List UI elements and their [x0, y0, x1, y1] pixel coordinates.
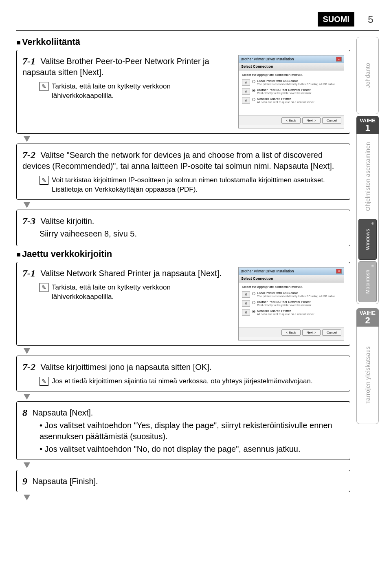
- square-bullet-icon: ■: [16, 38, 21, 47]
- cancel-button: Cancel: [322, 117, 341, 124]
- svg-marker-5: [24, 495, 30, 500]
- tab-vaihe-2-header: VAIHE 2: [356, 308, 379, 327]
- section-heading-verkkoliitanta: ■Verkkoliitäntä: [16, 37, 350, 47]
- step-box-8: 8 Napsauta [Next]. • Jos valitset vaihto…: [16, 401, 350, 460]
- shared-icon: ⎙: [242, 309, 250, 316]
- svg-marker-1: [24, 202, 30, 208]
- vaihe-number: 1: [359, 124, 376, 133]
- back-button: < Back: [281, 117, 301, 124]
- note: ✎ Tarkista, että laite on kytketty verkk…: [40, 283, 233, 302]
- note-icon: ✎: [40, 82, 48, 91]
- step-text: Valitse kirjoittimesi jono ja napsauta s…: [40, 363, 211, 371]
- step-text: Valitse kirjoitin.: [40, 217, 94, 225]
- step-label: 7-1: [22, 56, 35, 67]
- page-header: SUOMI 5: [16, 12, 379, 27]
- network-icon: ⎙: [242, 300, 250, 307]
- dialog-title-text: Brother Printer Driver Installation: [241, 269, 294, 273]
- dialog-title-text: Brother Printer Driver Installation: [241, 57, 294, 61]
- step-label: 7-2: [22, 362, 35, 373]
- cancel-button: Cancel: [322, 329, 341, 336]
- shared-icon: ⎙: [242, 97, 250, 104]
- network-icon: ⎙: [242, 88, 250, 95]
- step-text: Napsauta [Next].: [32, 408, 93, 417]
- step-label: 8: [22, 407, 27, 418]
- tab-label: Tarrojen yleiskatsaus: [365, 346, 371, 404]
- note-text: Jos et tiedä kirjoittimen sijaintia tai …: [52, 377, 313, 386]
- svg-marker-0: [24, 136, 30, 142]
- note: ✎ Voit tarkistaa kirjoittimen IP-osoitte…: [40, 176, 344, 195]
- down-arrow-icon: [24, 495, 350, 500]
- tab-label: Johdanto: [365, 63, 371, 88]
- step-box-7-2b: 7-2 Valitse kirjoittimesi jono ja napsau…: [16, 356, 350, 391]
- down-arrow-icon: [24, 394, 350, 400]
- step-text: Valitse Network Shared Printer ja napsau…: [40, 269, 221, 278]
- note-icon: ✎: [40, 377, 48, 386]
- tab-ohjelmiston: Ohjelmiston asentaminen: [358, 136, 377, 217]
- usb-icon: ⎙: [242, 291, 250, 298]
- document-page: SUOMI 5 ■Verkkoliitäntä 7-1 Valitse Brot…: [0, 0, 391, 514]
- registered-icon: ®: [371, 264, 374, 268]
- step-box-7-1a: 7-1 Valitse Brother Peer-to-Peer Network…: [16, 50, 350, 134]
- bullet-item: • Jos valitset vaihtoehdon "Yes, display…: [40, 420, 344, 442]
- header-rule: [16, 30, 379, 31]
- tab-label: Ohjelmiston asentaminen: [365, 142, 371, 211]
- radio-icon: [252, 310, 255, 313]
- step-text: Napsauta [Finish].: [32, 477, 98, 486]
- square-bullet-icon: ■: [16, 250, 21, 259]
- step-box-7-1b: 7-1 Valitse Network Shared Printer ja na…: [16, 262, 350, 346]
- screenshot-dialog-1: Brother Printer Driver Installation × Se…: [238, 55, 344, 128]
- screenshot-dialog-2: Brother Printer Driver Installation × Se…: [238, 267, 344, 340]
- down-arrow-icon: [24, 136, 350, 142]
- dialog-prompt: Select the appropriate connection method…: [242, 285, 340, 289]
- tab-vaihe-2-block: VAIHE 2 Tarrojen yleiskatsaus: [356, 308, 379, 424]
- tab-windows: Windows ®: [358, 219, 377, 260]
- note-icon: ✎: [40, 283, 48, 292]
- note-text: Voit tarkistaa kirjoittimen IP-osoitteen…: [52, 176, 344, 195]
- tab-label: Windows: [365, 229, 371, 250]
- section-heading-jaettu: ■Jaettu verkkokirjoitin: [16, 249, 350, 259]
- page-number: 5: [362, 14, 379, 25]
- next-button: Next >: [302, 329, 321, 336]
- radio-icon: [252, 98, 255, 101]
- tab-vaihe-1-header: VAIHE 1: [356, 116, 379, 134]
- step-text: Valitse "Search the network for devices …: [22, 150, 334, 170]
- dialog-subtitle: Select Connection: [239, 275, 344, 283]
- vaihe-number: 2: [359, 316, 376, 325]
- note-text: Tarkista, että laite on kytketty verkkoo…: [52, 283, 233, 302]
- side-tabs: Johdanto VAIHE 1 Ohjelmiston asentaminen…: [356, 37, 379, 502]
- back-button: < Back: [281, 329, 301, 336]
- close-icon: ×: [336, 57, 342, 62]
- main-content: ■Verkkoliitäntä 7-1 Valitse Brother Peer…: [16, 37, 379, 502]
- step-box-7-3: 7-3 Valitse kirjoitin. Siirry vaiheeseen…: [16, 210, 350, 246]
- left-column: ■Verkkoliitäntä 7-1 Valitse Brother Peer…: [16, 37, 350, 502]
- note: ✎ Jos et tiedä kirjoittimen sijaintia ta…: [40, 377, 344, 386]
- dialog-prompt: Select the appropriate connection method…: [242, 73, 340, 77]
- note-icon: ✎: [40, 176, 48, 185]
- radio-icon: [252, 89, 255, 92]
- step-label: 7-3: [22, 216, 35, 227]
- radio-icon: [252, 80, 255, 83]
- tab-vaihe-1-block: VAIHE 1 Ohjelmiston asentaminen Windows …: [356, 116, 379, 304]
- radio-icon: [252, 292, 255, 295]
- down-arrow-icon: [24, 202, 350, 208]
- radio-icon: [252, 301, 255, 304]
- tab-tarrojen: Tarrojen yleiskatsaus: [358, 328, 377, 422]
- step-label: 9: [22, 476, 27, 487]
- step-text: Valitse Brother Peer-to-Peer Network Pri…: [22, 57, 209, 77]
- usb-icon: ⎙: [242, 79, 250, 86]
- svg-marker-4: [24, 462, 30, 468]
- svg-marker-3: [24, 394, 30, 400]
- bullet-item: • Jos valitset vaihtoehdon "No, do not d…: [40, 444, 344, 455]
- down-arrow-icon: [24, 348, 350, 354]
- subheading: Siirry vaiheeseen 8, sivu 5.: [40, 229, 344, 239]
- step-label: 7-1: [22, 268, 35, 279]
- tab-johdanto: Johdanto: [356, 37, 379, 114]
- note: ✎ Tarkista, että laite on kytketty verkk…: [40, 82, 233, 101]
- close-icon: ×: [336, 269, 342, 274]
- tab-macintosh: Macintosh ®: [358, 261, 377, 302]
- step-label: 7-2: [22, 150, 35, 161]
- step-box-9: 9 Napsauta [Finish].: [16, 470, 350, 492]
- down-arrow-icon: [24, 462, 350, 468]
- svg-marker-2: [24, 348, 30, 354]
- step-box-7-2a: 7-2 Valitse "Search the network for devi…: [16, 144, 350, 200]
